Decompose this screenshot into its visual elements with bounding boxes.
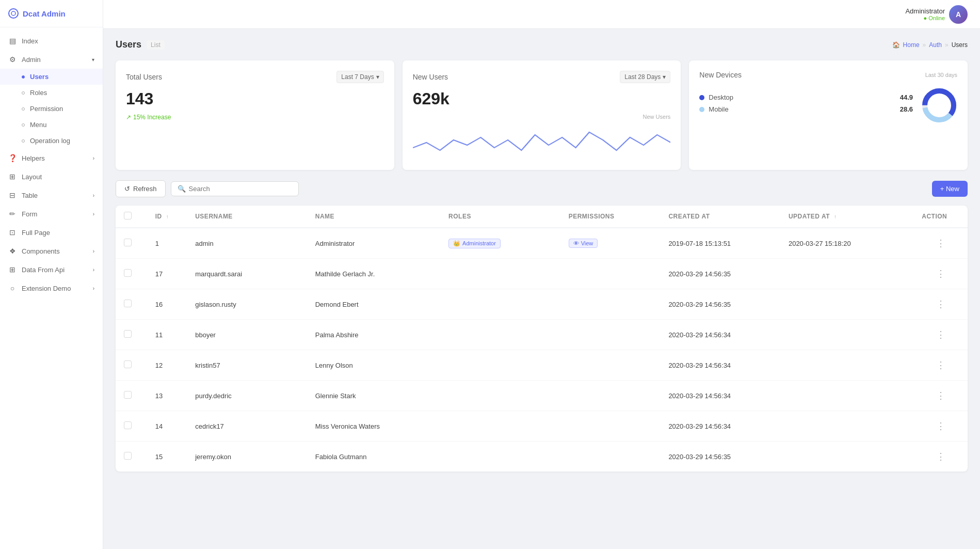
sidebar-item-form[interactable]: ✏ Form › (0, 205, 103, 223)
row-roles: 👑 Administrator (440, 228, 560, 259)
row-action: ⋮ (913, 320, 968, 350)
dot-icon (22, 123, 25, 127)
stats-row: Total Users Last 7 Days ▾ 143 ↗ 15% Incr… (116, 60, 968, 170)
sort-updated-icon[interactable]: ↑ (834, 214, 837, 219)
sidebar-item-data-from-api[interactable]: ⊞ Data From Api › (0, 260, 103, 279)
sidebar-label-permission: Permission (30, 105, 63, 113)
total-users-period-btn[interactable]: Last 7 Days ▾ (336, 71, 383, 83)
sidebar-item-permission[interactable]: Permission (0, 101, 103, 117)
chevron-right-icon: › (93, 286, 94, 291)
search-input[interactable] (189, 185, 292, 193)
row-checkbox[interactable] (124, 330, 132, 338)
select-all-checkbox[interactable] (124, 212, 132, 219)
row-permissions (560, 381, 661, 411)
table-row: 16 gislason.rusty Demond Ebert 2020-03-2… (116, 289, 968, 320)
table-row: 17 marquardt.sarai Mathilde Gerlach Jr. … (116, 259, 968, 289)
row-created-at: 2020-03-29 14:56:34 (660, 381, 780, 411)
row-action-menu-btn[interactable]: ⋮ (932, 236, 950, 251)
avatar[interactable]: A (949, 5, 968, 24)
breadcrumb-home[interactable]: Home (903, 41, 920, 49)
row-permissions (560, 411, 661, 442)
row-action-menu-btn[interactable]: ⋮ (932, 357, 950, 373)
sidebar-label-operation-log: Operation log (30, 137, 70, 145)
row-action-menu-btn[interactable]: ⋮ (932, 327, 950, 342)
search-box: 🔍 (171, 181, 299, 196)
sidebar-item-roles[interactable]: Roles (0, 85, 103, 101)
sidebar-item-menu[interactable]: Menu (0, 117, 103, 133)
row-username: cedrick17 (187, 411, 307, 442)
permission-badge[interactable]: 👁 View (569, 239, 598, 248)
stat-card-total-users: Total Users Last 7 Days ▾ 143 ↗ 15% Incr… (116, 60, 394, 170)
row-created-at: 2020-03-29 14:56:35 (660, 442, 780, 472)
breadcrumb: 🏠 Home » Auth » Users (892, 41, 968, 49)
row-roles (440, 350, 560, 381)
row-updated-at (780, 411, 913, 442)
row-roles (440, 320, 560, 350)
row-action-menu-btn[interactable]: ⋮ (932, 296, 950, 312)
sidebar-label-admin: Admin (22, 56, 41, 64)
layout-icon: ⊞ (8, 172, 17, 181)
topbar-status: ● Online (905, 15, 945, 21)
row-checkbox[interactable] (124, 452, 132, 460)
chevron-right-icon: › (93, 248, 94, 254)
row-id: 13 (147, 381, 187, 411)
new-users-period-btn[interactable]: Last 28 Days ▾ (620, 71, 670, 83)
row-checkbox-cell (116, 442, 147, 472)
row-created-at: 2020-03-29 14:56:35 (660, 259, 780, 289)
dot-icon (22, 139, 25, 143)
sidebar-item-users[interactable]: Users (0, 69, 103, 85)
sidebar-item-operation-log[interactable]: Operation log (0, 133, 103, 149)
row-username: marquardt.sarai (187, 259, 307, 289)
new-button[interactable]: + New (932, 181, 968, 197)
row-action: ⋮ (913, 259, 968, 289)
total-users-title: Total Users (126, 73, 162, 81)
row-updated-at (780, 259, 913, 289)
extension-icon: ○ (8, 284, 17, 292)
breadcrumb-auth[interactable]: Auth (929, 41, 942, 49)
stat-card-new-devices: New Devices Last 30 days Desktop 44.9 (689, 60, 968, 170)
row-checkbox[interactable] (124, 269, 132, 277)
row-id: 16 (147, 289, 187, 320)
api-icon: ⊞ (8, 265, 17, 274)
row-action: ⋮ (913, 350, 968, 381)
mobile-value: 28.6 (900, 105, 913, 113)
refresh-button[interactable]: ↺ Refresh (116, 180, 166, 197)
total-users-header: Total Users Last 7 Days ▾ (126, 71, 384, 83)
chevron-down-icon: ▾ (663, 73, 666, 81)
row-permissions (560, 289, 661, 320)
topbar-username: Administrator (905, 7, 945, 15)
table-row: 14 cedrick17 Miss Veronica Waters 2020-0… (116, 411, 968, 442)
row-checkbox[interactable] (124, 391, 132, 399)
sidebar-item-components[interactable]: ❖ Components › (0, 242, 103, 260)
sidebar-item-admin[interactable]: ⚙ Admin ▾ (0, 50, 103, 69)
sidebar-nav: ▤ Index ⚙ Admin ▾ Users Roles (0, 27, 103, 549)
row-action-menu-btn[interactable]: ⋮ (932, 449, 950, 464)
sidebar-item-helpers[interactable]: ❓ Helpers › (0, 149, 103, 167)
brand-icon (8, 8, 19, 19)
row-updated-at (780, 381, 913, 411)
table-row: 15 jeremy.okon Fabiola Gutmann 2020-03-2… (116, 442, 968, 472)
row-checkbox[interactable] (124, 239, 132, 246)
row-action: ⋮ (913, 289, 968, 320)
data-table: ID ↑ Username Name Roles Permissions Cre… (116, 206, 968, 472)
row-checkbox[interactable] (124, 300, 132, 307)
col-header-name: Name (307, 206, 440, 228)
row-name: Palma Abshire (307, 320, 440, 350)
sidebar-item-layout[interactable]: ⊞ Layout (0, 167, 103, 186)
row-checkbox-cell (116, 381, 147, 411)
row-action-menu-btn[interactable]: ⋮ (932, 418, 950, 434)
col-header-created-at: Created At (660, 206, 780, 228)
row-checkbox[interactable] (124, 421, 132, 429)
sidebar-item-table[interactable]: ⊟ Table › (0, 186, 103, 205)
sidebar-item-index[interactable]: ▤ Index (0, 32, 103, 50)
row-action-menu-btn[interactable]: ⋮ (932, 388, 950, 403)
mobile-label: Mobile (709, 105, 895, 113)
desktop-dot-icon (699, 95, 704, 100)
row-action: ⋮ (913, 442, 968, 472)
sidebar-item-extension-demo[interactable]: ○ Extension Demo › (0, 279, 103, 297)
sort-icon[interactable]: ↑ (166, 214, 169, 219)
sidebar-item-full-page[interactable]: ⊡ Full Page (0, 223, 103, 242)
row-checkbox[interactable] (124, 360, 132, 368)
row-action-menu-btn[interactable]: ⋮ (932, 266, 950, 281)
sidebar-label-data-from-api: Data From Api (22, 266, 65, 274)
